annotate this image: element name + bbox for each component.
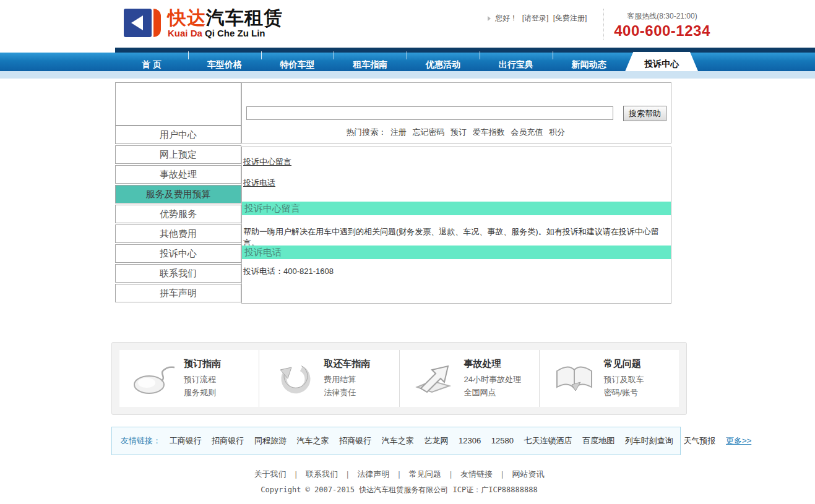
logo-pinyin-red: Kuai Da [168, 28, 202, 38]
logo-mark-icon [124, 8, 162, 38]
send-arrow-icon [413, 361, 455, 396]
search-section: 搜索帮助 热门搜索： 注册 忘记密码 预订 爱车指数 会员充值 积分 [241, 82, 671, 143]
search-help-button[interactable]: 搜索帮助 [623, 106, 666, 121]
footer-link-faq[interactable]: 常见问题 [409, 469, 441, 479]
separator: | [441, 469, 460, 479]
friend-link[interactable]: 同程旅游 [254, 436, 287, 445]
friend-link[interactable]: 汽车之家 [297, 436, 329, 445]
main-nav: 首 页 车型价格 特价车型 租车指南 优惠活动 出行宝典 新闻动态 投诉中心 [115, 48, 698, 71]
separator: | [287, 469, 306, 479]
hot-link-recharge[interactable]: 会员充值 [511, 127, 543, 137]
hotline-number: 400-600-1234 [610, 22, 715, 40]
service-title: 取还车指南 [324, 358, 370, 370]
footer-link-contact[interactable]: 联系我们 [306, 469, 338, 479]
services-panel: 预订指南 预订流程 服务规则 取还车指南 费用结算 法律责任 [111, 342, 687, 415]
service-link-service-rules[interactable]: 服务规则 [184, 386, 221, 399]
service-link-booking-flow[interactable]: 预订流程 [184, 373, 221, 386]
tab-complaint-center[interactable]: 投诉中心 [625, 52, 698, 71]
sidebar-item-complaints[interactable]: 投诉中心 [115, 244, 241, 263]
service-pickup-return-guide: 取还车指南 费用结算 法律责任 [259, 350, 399, 407]
hot-link-booking[interactable]: 预订 [451, 127, 467, 137]
hot-link-register[interactable]: 注册 [390, 127, 407, 137]
greeting-text: 您好！ [495, 14, 517, 22]
arrow-right-icon [488, 16, 491, 21]
sidebar-item-accident[interactable]: 事故处理 [115, 165, 241, 184]
friend-link[interactable]: 艺龙网 [424, 436, 448, 445]
service-link-24h-accident[interactable]: 24小时事故处理 [464, 373, 521, 386]
service-title: 事故处理 [464, 358, 521, 370]
sidebar-item-online-booking[interactable]: 网上预定 [115, 145, 241, 164]
friend-link[interactable]: 列车时刻查询 [625, 436, 673, 445]
hot-link-points[interactable]: 积分 [549, 127, 565, 137]
service-accident-handling: 事故处理 24小时事故处理 全国网点 [399, 350, 539, 407]
friend-links-label: 友情链接： [121, 436, 161, 445]
friend-link[interactable]: 汽车之家 [382, 436, 414, 445]
copyright-text: Copyright © 2007-2015 快达汽车租赁服务有限公司 ICP证：… [111, 485, 687, 495]
search-input[interactable] [246, 106, 613, 120]
friend-link[interactable]: 工商银行 [170, 436, 202, 445]
site-logo[interactable]: 快达汽车租赁 Kuai Da Qi Che Zu Lin [124, 8, 283, 38]
sidebar-header-box [115, 82, 241, 126]
section-title-complaint-message: 投诉中心留言 [242, 202, 671, 215]
service-booking-guide: 预订指南 预订流程 服务规则 [119, 350, 259, 407]
service-faq: 常见问题 预订及取车 密码/账号 [539, 350, 679, 407]
footer-link-legal[interactable]: 法律声明 [357, 469, 389, 479]
separator: | [493, 469, 512, 479]
account-area: 您好！ [请登录] [免费注册] [488, 13, 589, 23]
friend-link[interactable]: 七天连锁酒店 [524, 436, 572, 445]
logo-cn-black: 汽车租赁 [206, 7, 283, 28]
tab-news[interactable]: 新闻动态 [553, 48, 626, 71]
tab-prices[interactable]: 车型价格 [188, 48, 261, 71]
book-icon [553, 361, 595, 396]
footer-link-about[interactable]: 关于我们 [254, 469, 287, 479]
tab-specials[interactable]: 特价车型 [261, 48, 334, 71]
tab-rent-guide[interactable]: 租车指南 [334, 48, 407, 71]
hot-link-forgot-pw[interactable]: 忘记密码 [412, 127, 444, 137]
hot-link-car-index[interactable]: 爱车指数 [473, 127, 505, 137]
mouse-icon [133, 361, 175, 396]
quick-link-complaint-phone[interactable]: 投诉电话 [243, 177, 275, 189]
content-section: 投诉中心留言 投诉电话 投诉中心留言 帮助一嗨用户解决在用车中遇到的相关问题(财… [241, 147, 671, 304]
footer-link-siteinfo[interactable]: 网站资讯 [512, 469, 544, 479]
friend-link[interactable]: 12306 [459, 436, 481, 445]
friend-link[interactable]: 招商银行 [339, 436, 371, 445]
friend-link[interactable]: 百度地图 [582, 436, 614, 445]
sidebar-item-other-fees[interactable]: 其他费用 [115, 224, 241, 243]
complaint-phone-body: 投诉电话：400-821-1608 [243, 266, 334, 277]
login-link[interactable]: [请登录] [522, 14, 549, 22]
sidebar-item-user-center[interactable]: 用户中心 [115, 126, 241, 144]
hotline-area: 客服热线(8:30-21:00) 400-600-1234 [610, 11, 715, 40]
separator: | [389, 469, 408, 479]
service-link-fee-settlement[interactable]: 费用结算 [324, 373, 370, 386]
logo-pinyin-black: Qi Che Zu Lin [205, 28, 265, 38]
service-link-national-network[interactable]: 全国网点 [464, 386, 521, 399]
nav-light-strip [0, 71, 815, 79]
sidebar-item-contact[interactable]: 联系我们 [115, 264, 241, 283]
friend-links-more[interactable]: 更多>> [726, 436, 751, 445]
return-arrow-icon [273, 361, 315, 396]
footer-link-friends[interactable]: 友情链接 [460, 469, 493, 479]
separator: | [338, 469, 357, 479]
tab-home[interactable]: 首 页 [115, 48, 188, 71]
service-title: 常见问题 [604, 358, 644, 370]
quick-link-complaint-message[interactable]: 投诉中心留言 [243, 156, 291, 168]
service-link-booking-pickup[interactable]: 预订及取车 [604, 373, 644, 386]
page: 快达汽车租赁 Kuai Da Qi Che Zu Lin 您好！ [请登录] [… [0, 0, 815, 504]
tab-travel-tips[interactable]: 出行宝典 [480, 48, 553, 71]
hot-search-row: 热门搜索： 注册 忘记密码 预订 爱车指数 会员充值 积分 [242, 127, 671, 138]
service-link-password-account[interactable]: 密码/账号 [604, 386, 644, 399]
friend-link[interactable]: 招商银行 [212, 436, 244, 445]
section-title-complaint-phone: 投诉电话 [242, 246, 671, 259]
sidebar-item-service-budget[interactable]: 服务及费用预算 [115, 185, 241, 203]
service-link-legal[interactable]: 法律责任 [324, 386, 370, 399]
friend-links-bar: 友情链接： 工商银行 招商银行 同程旅游 汽车之家 招商银行 汽车之家 艺龙网 … [111, 427, 681, 455]
friend-link[interactable]: 12580 [491, 436, 514, 445]
register-link[interactable]: [免费注册] [553, 14, 587, 22]
sidebar-item-carpool[interactable]: 拼车声明 [115, 284, 241, 302]
friend-link[interactable]: 天气预报 [683, 436, 715, 445]
hotline-label: 客服热线(8:30-21:00) [610, 11, 715, 22]
tab-promotions[interactable]: 优惠活动 [407, 48, 480, 71]
sidebar-item-advantages[interactable]: 优势服务 [115, 205, 241, 223]
header-divider [603, 9, 604, 40]
footer-nav: 关于我们|联系我们|法律声明|常见问题|友情链接|网站资讯 [111, 469, 687, 480]
